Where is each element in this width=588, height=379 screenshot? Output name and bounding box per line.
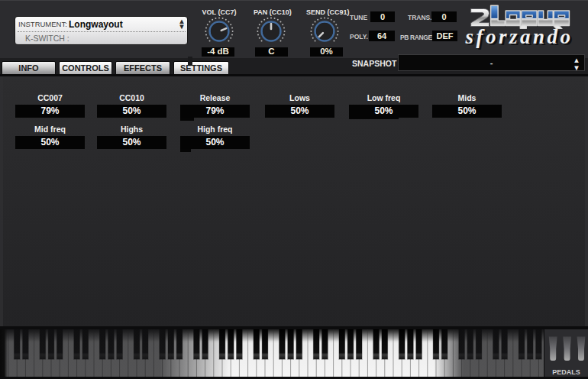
svg-text:sforzando: sforzando	[464, 25, 573, 48]
